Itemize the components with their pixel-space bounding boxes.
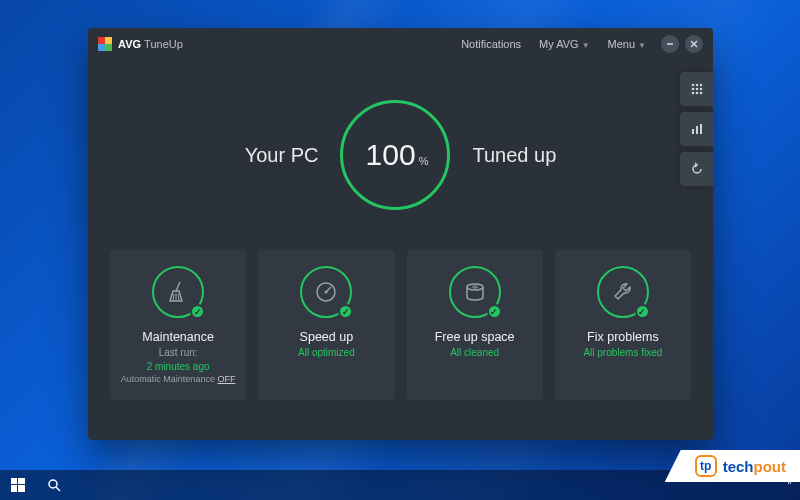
avg-logo-icon	[98, 37, 112, 51]
freespace-icon-ring: ✓	[449, 266, 501, 318]
card-title: Speed up	[300, 330, 354, 344]
rail-history-button[interactable]	[680, 152, 714, 186]
grid-icon	[690, 82, 704, 96]
titlebar: AVG TuneUp Notifications My AVG▼ Menu▼	[88, 28, 713, 60]
my-avg-menu[interactable]: My AVG▼	[539, 38, 589, 50]
gauge-icon	[313, 279, 339, 305]
avg-tuneup-window: AVG TuneUp Notifications My AVG▼ Menu▼	[88, 28, 713, 440]
speedup-icon-ring: ✓	[300, 266, 352, 318]
progress-ring: 100 %	[340, 100, 450, 210]
chevron-down-icon: ▼	[638, 41, 646, 50]
app-title: AVG TuneUp	[118, 38, 183, 50]
auto-maintenance-toggle[interactable]: OFF	[217, 374, 235, 384]
brand-strong: AVG	[118, 38, 141, 50]
chevron-down-icon: ▼	[582, 41, 590, 50]
svg-rect-2	[98, 44, 105, 51]
watermark-tech: tech	[723, 458, 754, 475]
main-menu[interactable]: Menu▼	[608, 38, 646, 50]
brand-light: TuneUp	[144, 38, 183, 50]
svg-point-8	[692, 88, 695, 91]
hero-status: Your PC 100 % Tuned up	[88, 100, 713, 210]
svg-point-13	[700, 92, 703, 95]
svg-point-10	[700, 88, 703, 91]
svg-rect-14	[692, 129, 694, 134]
svg-rect-0	[98, 37, 105, 44]
card-maintenance[interactable]: ✓ Maintenance Last run: 2 minutes ago Au…	[110, 250, 246, 400]
check-icon: ✓	[190, 304, 205, 319]
svg-rect-3	[105, 44, 112, 51]
disk-icon	[462, 279, 488, 305]
fix-icon-ring: ✓	[597, 266, 649, 318]
techpout-logo-icon: tp	[695, 455, 717, 477]
close-button[interactable]	[685, 35, 703, 53]
rail-stats-button[interactable]	[680, 112, 714, 146]
svg-point-20	[472, 286, 477, 288]
svg-point-7	[700, 84, 703, 87]
svg-point-11	[692, 92, 695, 95]
hero-left-text: Your PC	[245, 144, 319, 167]
svg-rect-4	[667, 43, 673, 45]
card-speed-up[interactable]: ✓ Speed up All optimized	[258, 250, 394, 400]
windows-icon	[11, 478, 25, 492]
rail-apps-button[interactable]	[680, 72, 714, 106]
progress-unit: %	[419, 155, 429, 167]
svg-point-19	[467, 284, 483, 290]
svg-point-5	[692, 84, 695, 87]
hero-right-text: Tuned up	[472, 144, 556, 167]
broom-icon	[165, 279, 191, 305]
check-icon: ✓	[635, 304, 650, 319]
svg-point-6	[696, 84, 699, 87]
menu-label: Menu	[608, 38, 636, 50]
auto-maint-label: Automatic Maintenance	[121, 374, 218, 384]
svg-rect-22	[18, 478, 25, 484]
notifications-link[interactable]: Notifications	[461, 38, 521, 50]
wrench-icon	[610, 279, 636, 305]
card-status-value: 2 minutes ago	[147, 361, 210, 372]
maintenance-icon-ring: ✓	[152, 266, 204, 318]
feature-cards: ✓ Maintenance Last run: 2 minutes ago Au…	[88, 250, 713, 400]
watermark-pout: pout	[754, 458, 786, 475]
svg-rect-23	[11, 485, 17, 492]
card-title: Free up space	[435, 330, 515, 344]
svg-rect-15	[696, 126, 698, 134]
right-rail	[680, 72, 714, 186]
start-button[interactable]	[0, 470, 36, 500]
progress-value: 100	[366, 138, 416, 172]
svg-rect-16	[700, 124, 702, 134]
taskbar-left	[0, 470, 72, 500]
card-status-label: Last run:	[159, 347, 198, 358]
taskbar-search[interactable]	[36, 470, 72, 500]
card-status: All problems fixed	[583, 347, 662, 358]
svg-rect-1	[105, 37, 112, 44]
svg-point-18	[325, 291, 328, 294]
card-title: Maintenance	[142, 330, 214, 344]
card-status: All optimized	[298, 347, 355, 358]
card-fix-problems[interactable]: ✓ Fix problems All problems fixed	[555, 250, 691, 400]
svg-point-25	[49, 480, 57, 488]
techpout-text: techpout	[723, 458, 786, 475]
card-free-space[interactable]: ✓ Free up space All cleaned	[407, 250, 543, 400]
check-icon: ✓	[338, 304, 353, 319]
card-title: Fix problems	[587, 330, 659, 344]
techpout-watermark: tp techpout	[665, 450, 800, 482]
svg-point-12	[696, 92, 699, 95]
search-icon	[47, 478, 61, 492]
svg-rect-24	[18, 485, 25, 492]
minimize-button[interactable]	[661, 35, 679, 53]
bars-icon	[690, 122, 704, 136]
card-subtext: Automatic Maintenance OFF	[121, 374, 236, 384]
undo-icon	[690, 162, 704, 176]
check-icon: ✓	[487, 304, 502, 319]
svg-rect-21	[11, 478, 17, 484]
svg-point-9	[696, 88, 699, 91]
my-avg-label: My AVG	[539, 38, 579, 50]
card-status: All cleaned	[450, 347, 499, 358]
